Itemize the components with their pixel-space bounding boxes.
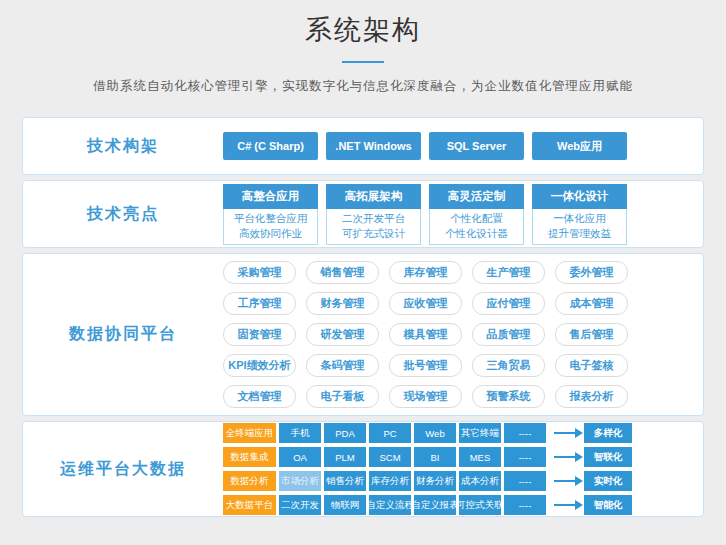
ops-row: 数据分析市场分析销售分析库存分析财务分析成本分析----实时化	[223, 471, 703, 491]
section-tech-highlights: 技术亮点 高整合应用平台化整合应用高效协同作业高拓展架构二次开发平台可扩充式设计…	[22, 180, 704, 248]
ops-item-box: 库存分析	[369, 471, 411, 491]
highlight-body: 平台化整合应用高效协同作业	[223, 209, 318, 245]
ops-result-box: 多样化	[584, 423, 632, 443]
ops-item-box: ----	[504, 495, 546, 515]
highlight-body: 二次开发平台可扩充式设计	[326, 209, 421, 245]
module-button: 库存管理	[389, 261, 462, 284]
highlight-line: 二次开发平台	[327, 211, 420, 226]
ops-item-box: 自定义流程	[369, 495, 411, 515]
ops-item-box: MES	[459, 447, 501, 467]
ops-item-box: 其它终端	[459, 423, 501, 443]
highlight-body: 一体化应用提升管理效益	[532, 209, 627, 245]
tech-framework-content: C# (C Sharp).NET WindowsSQL ServerWeb应用	[223, 118, 703, 174]
section-tech-framework: 技术构架 C# (C Sharp).NET WindowsSQL ServerW…	[22, 117, 704, 175]
ops-item-box: OA	[279, 447, 321, 467]
highlight-column: 一体化设计一体化应用提升管理效益	[532, 184, 627, 245]
ops-item-box: 自定义报表	[414, 495, 456, 515]
ops-row: 数据集成OAPLMSCMBIMES----智联化	[223, 447, 703, 467]
ops-platform-rows: 全终端应用手机PDAPCWeb其它终端----多样化数据集成OAPLMSCMBI…	[223, 422, 703, 516]
highlight-column: 高灵活定制个性化配置个性化设计器	[429, 184, 524, 245]
module-row: KPI绩效分析条码管理批号管理三角贸易电子签核	[223, 354, 703, 377]
module-button: 成本管理	[555, 292, 628, 315]
module-button: 工序管理	[223, 292, 296, 315]
cards-container: 技术构架 C# (C Sharp).NET WindowsSQL ServerW…	[22, 117, 704, 517]
ops-item-box: 财务分析	[414, 471, 456, 491]
module-button: 预警系统	[472, 385, 545, 408]
module-button: 模具管理	[389, 323, 462, 346]
module-button: 销售管理	[306, 261, 379, 284]
module-button: 研发管理	[306, 323, 379, 346]
ops-result-box: 智能化	[584, 495, 632, 515]
ops-category-label: 全终端应用	[223, 423, 276, 443]
ops-item-box: 市场分析	[279, 471, 321, 491]
section-label-tech-highlights: 技术亮点	[23, 181, 223, 247]
ops-item-box: 手机	[279, 423, 321, 443]
module-button: 委外管理	[555, 261, 628, 284]
module-button: 批号管理	[389, 354, 462, 377]
ops-item-box: BI	[414, 447, 456, 467]
highlight-line: 可扩充式设计	[327, 226, 420, 241]
section-label-data-platform: 数据协同平台	[23, 254, 223, 415]
highlight-header: 一体化设计	[532, 184, 627, 209]
tech-highlights-columns: 高整合应用平台化整合应用高效协同作业高拓展架构二次开发平台可扩充式设计高灵活定制…	[223, 184, 703, 245]
ops-row: 全终端应用手机PDAPCWeb其它终端----多样化	[223, 423, 703, 443]
ops-item-box: PC	[369, 423, 411, 443]
module-row: 文档管理电子看板现场管理预警系统报表分析	[223, 385, 703, 408]
module-button: 应付管理	[472, 292, 545, 315]
tech-framework-button: SQL Server	[429, 132, 524, 160]
tech-framework-button: .NET Windows	[326, 132, 421, 160]
ops-result-box: 实时化	[584, 471, 632, 491]
ops-item-box: ----	[504, 471, 546, 491]
arrow-right-icon	[554, 456, 576, 458]
highlight-line: 个性化设计器	[430, 226, 523, 241]
section-ops-platform: 运维平台大数据 全终端应用手机PDAPCWeb其它终端----多样化数据集成OA…	[22, 421, 704, 517]
module-button: 财务管理	[306, 292, 379, 315]
tech-framework-buttons: C# (C Sharp).NET WindowsSQL ServerWeb应用	[223, 132, 703, 160]
highlight-header: 高整合应用	[223, 184, 318, 209]
module-button: 采购管理	[223, 261, 296, 284]
ops-item-box: 二次开发	[279, 495, 321, 515]
ops-item-box: SCM	[369, 447, 411, 467]
tech-framework-button: Web应用	[532, 132, 627, 160]
module-row: 工序管理财务管理应收管理应付管理成本管理	[223, 292, 703, 315]
highlight-header: 高灵活定制	[429, 184, 524, 209]
highlight-column: 高整合应用平台化整合应用高效协同作业	[223, 184, 318, 245]
highlight-line: 个性化配置	[430, 211, 523, 226]
ops-item-box: PDA	[324, 423, 366, 443]
ops-item-box: ----	[504, 447, 546, 467]
tech-highlights-content: 高整合应用平台化整合应用高效协同作业高拓展架构二次开发平台可扩充式设计高灵活定制…	[223, 181, 703, 247]
title-divider	[342, 61, 384, 63]
ops-item-box: 成本分析	[459, 471, 501, 491]
section-label-tech-framework: 技术构架	[23, 118, 223, 174]
highlight-line: 平台化整合应用	[224, 211, 317, 226]
ops-item-box: 销售分析	[324, 471, 366, 491]
ops-category-label: 数据集成	[223, 447, 276, 467]
arrow-right-icon	[554, 504, 576, 506]
module-button: 报表分析	[555, 385, 628, 408]
module-button: 现场管理	[389, 385, 462, 408]
ops-item-box: Web	[414, 423, 456, 443]
arrow-right-icon	[554, 432, 576, 434]
highlight-line: 高效协同作业	[224, 226, 317, 241]
arrow-right-icon	[554, 480, 576, 482]
ops-item-box: 物联网	[324, 495, 366, 515]
module-button: KPI绩效分析	[223, 354, 296, 377]
ops-result-box: 智联化	[584, 447, 632, 467]
module-button: 电子看板	[306, 385, 379, 408]
module-button: 售后管理	[555, 323, 628, 346]
ops-item-box: 可控式关联	[459, 495, 501, 515]
tech-framework-button: C# (C Sharp)	[223, 132, 318, 160]
module-button: 三角贸易	[472, 354, 545, 377]
ops-item-box: PLM	[324, 447, 366, 467]
module-button: 条码管理	[306, 354, 379, 377]
module-button: 应收管理	[389, 292, 462, 315]
ops-category-label: 数据分析	[223, 471, 276, 491]
highlight-body: 个性化配置个性化设计器	[429, 209, 524, 245]
module-button: 文档管理	[223, 385, 296, 408]
highlight-column: 高拓展架构二次开发平台可扩充式设计	[326, 184, 421, 245]
module-row: 固资管理研发管理模具管理品质管理售后管理	[223, 323, 703, 346]
system-architecture-page: 系统架构 借助系统自动化核心管理引擎，实现数字化与信息化深度融合，为企业数值化管…	[0, 0, 726, 517]
page-title: 系统架构	[0, 12, 726, 48]
highlight-header: 高拓展架构	[326, 184, 421, 209]
ops-item-box: ----	[504, 423, 546, 443]
